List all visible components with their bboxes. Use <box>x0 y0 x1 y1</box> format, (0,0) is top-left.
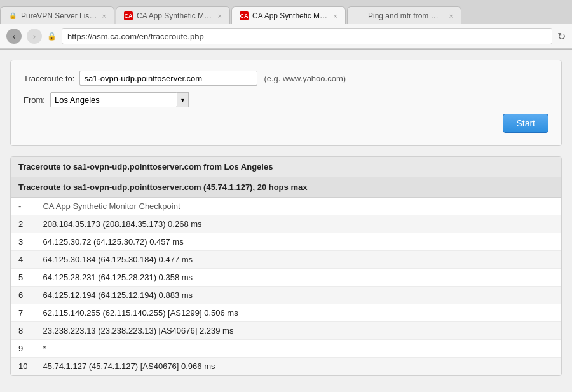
hop-data: 64.125.30.184 (64.125.30.184) 0.477 ms <box>35 251 561 269</box>
form-panel: Traceroute to: (e.g. www.yahoo.com) From… <box>10 60 562 146</box>
hop-number: 4 <box>11 251 35 269</box>
tab-favicon-ca3: CA <box>240 11 249 20</box>
start-button[interactable]: Start <box>503 114 548 133</box>
tab-favicon-ping <box>355 11 364 20</box>
hop-data: CA App Synthetic Monitor Checkpoint <box>35 198 561 215</box>
table-row: 9* <box>11 340 561 358</box>
back-button[interactable]: ‹ <box>6 29 22 44</box>
tab-label-ca2: CA App Synthetic Monitor ... <box>137 11 213 20</box>
traceroute-table: -CA App Synthetic Monitor Checkpoint2208… <box>11 198 561 375</box>
hop-data: 64.125.28.231 (64.125.28.231) 0.358 ms <box>35 269 561 287</box>
table-row: -CA App Synthetic Monitor Checkpoint <box>11 198 561 215</box>
tab-label-ca3: CA App Synthetic Monitor ... <box>252 11 329 20</box>
hop-data: 64.125.12.194 (64.125.12.194) 0.883 ms <box>35 287 561 304</box>
tab-ca-asm-2[interactable]: CA CA App Synthetic Monitor ... × <box>116 6 230 24</box>
forward-button[interactable]: › <box>27 29 42 44</box>
table-row: 1045.74.1.127 (45.74.1.127) [AS40676] 0.… <box>11 358 561 375</box>
tab-close-ca2[interactable]: × <box>218 12 222 20</box>
hop-number: 5 <box>11 269 35 287</box>
tab-label-purevpn: PureVPN Server List/Host n... <box>21 11 97 20</box>
table-row: 564.125.28.231 (64.125.28.231) 0.358 ms <box>11 269 561 287</box>
hop-number: 10 <box>11 358 35 375</box>
hop-data: 208.184.35.173 (208.184.35.173) 0.268 ms <box>35 215 561 233</box>
traceroute-label: Traceroute to: <box>24 74 74 83</box>
page-content: Traceroute to: (e.g. www.yahoo.com) From… <box>0 50 572 386</box>
results-panel: Traceroute to sa1-ovpn-udp.pointtoserver… <box>10 156 562 376</box>
results-subheader: Traceroute to sa1-ovpn-udp.pointtoserver… <box>11 177 561 198</box>
table-row: 364.125.30.72 (64.125.30.72) 0.457 ms <box>11 233 561 251</box>
hop-number: 3 <box>11 233 35 251</box>
hop-number: 2 <box>11 215 35 233</box>
hop-data: 45.74.1.127 (45.74.1.127) [AS40676] 0.96… <box>35 358 561 375</box>
hop-number: 9 <box>11 340 35 358</box>
start-btn-row: Start <box>24 114 548 133</box>
table-row: 823.238.223.13 (23.238.223.13) [AS40676]… <box>11 322 561 340</box>
table-row: 664.125.12.194 (64.125.12.194) 0.883 ms <box>11 287 561 304</box>
hop-number: - <box>11 198 35 215</box>
lock-icon: 🔒 <box>47 32 57 41</box>
tab-close-purevpn[interactable]: × <box>102 12 106 20</box>
dropdown-arrow-icon[interactable]: ▾ <box>177 92 189 107</box>
tab-ping-mtr[interactable]: Ping and mtr from multip... × <box>347 6 461 24</box>
table-row: 464.125.30.184 (64.125.30.184) 0.477 ms <box>11 251 561 269</box>
url-bar[interactable] <box>62 28 552 44</box>
refresh-button[interactable]: ↻ <box>557 30 566 43</box>
hop-data: 62.115.140.255 (62.115.140.255) [AS1299]… <box>35 304 561 322</box>
traceroute-hint: (e.g. www.yahoo.com) <box>264 74 346 83</box>
tab-close-ping[interactable]: × <box>449 12 453 20</box>
traceroute-row: Traceroute to: (e.g. www.yahoo.com) <box>24 71 548 86</box>
from-input[interactable] <box>50 92 177 107</box>
traceroute-input[interactable] <box>79 71 257 86</box>
from-select-wrapper: ▾ <box>50 92 189 107</box>
table-row: 762.115.140.255 (62.115.140.255) [AS1299… <box>11 304 561 322</box>
tab-favicon-ca2: CA <box>124 11 133 20</box>
hop-data: 64.125.30.72 (64.125.30.72) 0.457 ms <box>35 233 561 251</box>
hop-data: * <box>35 340 561 358</box>
tab-ca-asm-3[interactable]: CA CA App Synthetic Monitor ... × <box>231 6 346 24</box>
address-bar: ‹ › 🔒 ↻ <box>0 24 572 49</box>
tab-favicon-purevpn: 🔒 <box>8 11 17 20</box>
browser-chrome: 🔒 PureVPN Server List/Host n... × CA CA … <box>0 0 572 50</box>
results-header: Traceroute to sa1-ovpn-udp.pointtoserver… <box>11 157 561 177</box>
tab-label-ping: Ping and mtr from multip... <box>368 11 444 20</box>
from-row: From: ▾ <box>24 92 548 107</box>
tab-close-ca3[interactable]: × <box>334 12 337 20</box>
tab-bar: 🔒 PureVPN Server List/Host n... × CA CA … <box>0 0 572 24</box>
hop-number: 6 <box>11 287 35 304</box>
table-row: 2208.184.35.173 (208.184.35.173) 0.268 m… <box>11 215 561 233</box>
tab-purevpn[interactable]: 🔒 PureVPN Server List/Host n... × <box>0 6 114 24</box>
hop-number: 7 <box>11 304 35 322</box>
from-label: From: <box>24 95 45 105</box>
hop-number: 8 <box>11 322 35 340</box>
hop-data: 23.238.223.13 (23.238.223.13) [AS40676] … <box>35 322 561 340</box>
